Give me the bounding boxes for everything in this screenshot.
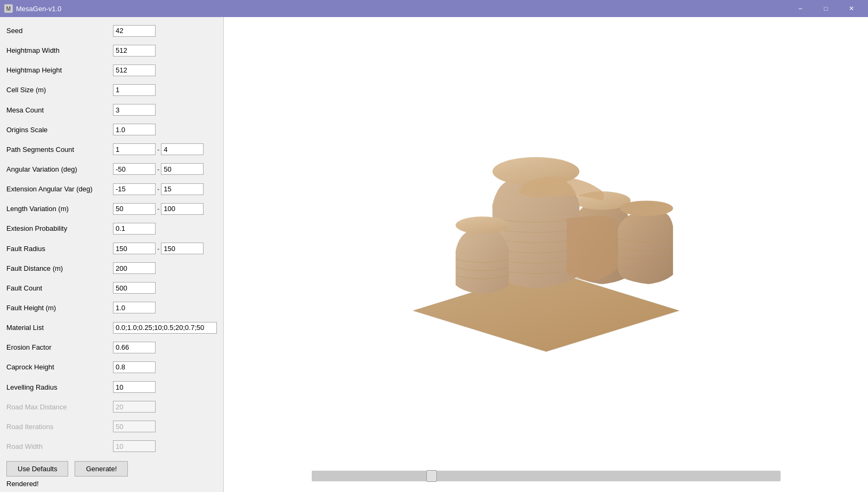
field-label-20: Road Iterations [4,422,111,432]
slider-area [224,471,868,492]
field-label-21: Road Width [4,441,111,451]
range-sep-7: - [157,165,159,173]
field-input-12 [113,262,219,274]
minimize-button[interactable]: – [788,0,813,17]
app-title: MesaGen-v1.0 [16,5,61,13]
input-fault-distance-(m)[interactable] [113,262,156,274]
field-label-1: Heightmap Width [4,45,111,55]
form-grid: SeedHeightmap WidthHeightmap HeightCell … [4,21,219,456]
input-heightmap-height[interactable] [113,64,156,76]
input-road-iterations [113,421,156,432]
titlebar-controls: – □ ✕ [788,0,864,17]
range-sep-9: - [157,205,159,213]
mesa-3d-view [376,116,717,372]
range-max-8[interactable] [161,183,204,195]
input-origins-scale[interactable] [113,124,156,135]
field-label-3: Cell Size (m) [4,85,111,95]
field-input-10 [113,223,219,235]
input-road-max-distance [113,401,156,413]
field-input-7: - [113,163,219,175]
status-text: Rendered! [4,480,219,488]
field-input-4 [113,104,219,116]
field-label-8: Extension Angular Var (deg) [4,184,111,194]
field-input-3 [113,84,219,96]
svg-point-7 [620,200,673,216]
range-max-6[interactable] [161,143,204,155]
viewport [224,17,868,471]
range-min-7[interactable] [113,163,156,175]
buttons-row: Use Defaults Generate! [4,461,219,477]
material-list-input[interactable] [113,322,217,334]
generate-button[interactable]: Generate! [75,461,128,477]
main-layout: SeedHeightmap WidthHeightmap HeightCell … [0,17,868,492]
svg-point-6 [456,216,509,234]
app-icon: M [4,4,13,13]
field-label-18: Levelling Radius [4,382,111,392]
field-input-2 [113,64,219,76]
range-min-9[interactable] [113,203,156,215]
range-min-8[interactable] [113,183,156,195]
field-input-5 [113,124,219,135]
field-input-9: - [113,203,219,215]
titlebar: M MesaGen-v1.0 – □ ✕ [0,0,868,17]
field-label-16: Erosion Factor [4,342,111,352]
input-mesa-count[interactable] [113,104,156,116]
field-label-5: Origins Scale [4,125,111,135]
maximize-button[interactable]: □ [814,0,838,17]
field-input-16 [113,342,219,353]
input-cell-size-(m)[interactable] [113,84,156,96]
field-label-14: Fault Height (m) [4,303,111,313]
input-erosion-factor[interactable] [113,342,156,353]
range-sep-8: - [157,185,159,193]
input-fault-count[interactable] [113,282,156,294]
range-max-9[interactable] [161,203,204,215]
range-max-11[interactable] [161,243,204,254]
field-label-4: Mesa Count [4,105,111,115]
field-label-15: Material List [4,322,111,333]
input-heightmap-width[interactable] [113,45,156,57]
field-input-14 [113,302,219,313]
field-label-17: Caprock Height [4,362,111,372]
field-input-1 [113,45,219,57]
range-sep-6: - [157,146,159,154]
close-button[interactable]: ✕ [839,0,864,17]
field-input-20 [113,421,219,432]
field-input-17 [113,361,219,373]
left-panel: SeedHeightmap WidthHeightmap HeightCell … [0,17,224,492]
field-label-7: Angular Variation (deg) [4,164,111,174]
input-extesion-probability[interactable] [113,223,156,235]
field-input-8: - [113,183,219,195]
input-road-width [113,440,156,452]
field-input-0 [113,25,219,37]
field-input-15 [113,322,219,334]
field-label-0: Seed [4,26,111,36]
range-min-6[interactable] [113,143,156,155]
range-max-7[interactable] [161,163,204,175]
field-input-11: - [113,243,219,254]
field-input-21 [113,440,219,452]
field-label-11: Fault Radius [4,244,111,254]
range-sep-11: - [157,245,159,253]
field-input-18 [113,381,219,393]
input-levelling-radius[interactable] [113,381,156,393]
field-label-2: Heightmap Height [4,65,111,75]
field-input-13 [113,282,219,294]
field-input-6: - [113,143,219,155]
use-defaults-button[interactable]: Use Defaults [6,461,68,477]
field-label-19: Road Max Distance [4,402,111,412]
right-panel [224,17,868,492]
field-label-6: Path Segments Count [4,144,111,155]
view-slider[interactable] [312,471,781,481]
field-input-19 [113,401,219,413]
field-label-13: Fault Count [4,283,111,293]
input-seed[interactable] [113,25,156,37]
field-label-12: Fault Distance (m) [4,263,111,273]
field-label-9: Length Variation (m) [4,204,111,214]
input-caprock-height[interactable] [113,361,156,373]
input-fault-height-(m)[interactable] [113,302,156,313]
field-label-10: Extesion Probability [4,223,111,233]
range-min-11[interactable] [113,243,156,254]
